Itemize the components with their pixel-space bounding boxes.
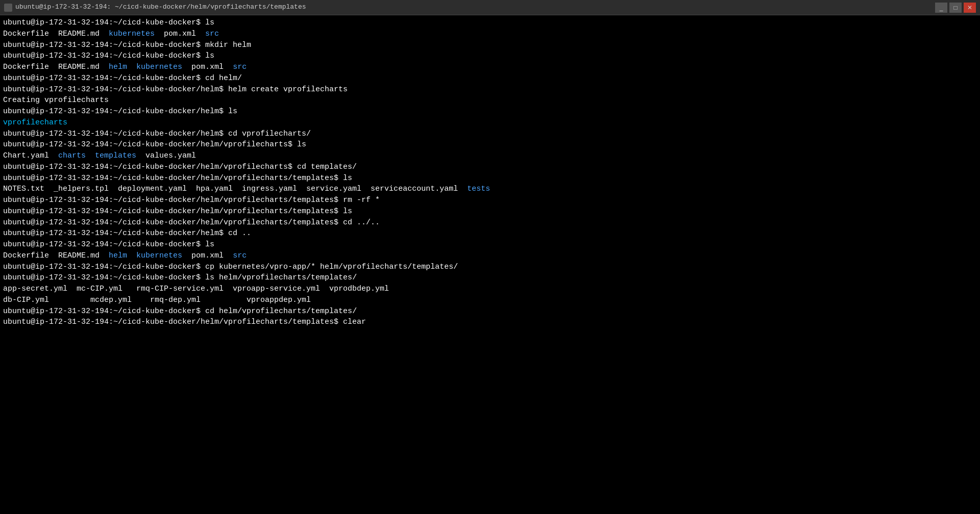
terminal-line: ubuntu@ip-172-31-32-194:~/cicd-kube-dock… — [3, 195, 977, 206]
terminal-line: Dockerfile README.md helm kubernetes pom… — [3, 250, 977, 262]
title-bar-title: ubuntu@ip-172-31-32-194: ~/cicd-kube-doc… — [15, 3, 306, 12]
terminal[interactable]: ubuntu@ip-172-31-32-194:~/cicd-kube-dock… — [0, 15, 980, 514]
terminal-line: ubuntu@ip-172-31-32-194:~/cicd-kube-dock… — [3, 317, 977, 328]
terminal-line: ubuntu@ip-172-31-32-194:~/cicd-kube-dock… — [3, 306, 977, 317]
terminal-line: ubuntu@ip-172-31-32-194:~/cicd-kube-dock… — [3, 272, 977, 284]
terminal-line: ubuntu@ip-172-31-32-194:~/cicd-kube-dock… — [3, 50, 977, 62]
title-bar: ubuntu@ip-172-31-32-194: ~/cicd-kube-doc… — [0, 0, 980, 15]
title-bar-controls: _ □ ✕ — [935, 3, 976, 13]
terminal-line: ubuntu@ip-172-31-32-194:~/cicd-kube-dock… — [3, 206, 977, 217]
terminal-line: ubuntu@ip-172-31-32-194:~/cicd-kube-dock… — [3, 228, 977, 239]
terminal-line: ubuntu@ip-172-31-32-194:~/cicd-kube-dock… — [3, 106, 977, 117]
terminal-line: ubuntu@ip-172-31-32-194:~/cicd-kube-dock… — [3, 239, 977, 250]
terminal-line: Dockerfile README.md kubernetes pom.xml … — [3, 29, 977, 40]
terminal-line: ubuntu@ip-172-31-32-194:~/cicd-kube-dock… — [3, 162, 977, 173]
terminal-icon — [4, 4, 12, 12]
terminal-line: vprofilecharts — [3, 117, 977, 128]
terminal-line: Creating vprofilecharts — [3, 95, 977, 106]
terminal-line: ubuntu@ip-172-31-32-194:~/cicd-kube-dock… — [3, 262, 977, 273]
terminal-line: ubuntu@ip-172-31-32-194:~/cicd-kube-dock… — [3, 173, 977, 184]
terminal-line: db-CIP.yml mcdep.yml rmq-dep.yml vproapp… — [3, 295, 977, 306]
terminal-line: ubuntu@ip-172-31-32-194:~/cicd-kube-dock… — [3, 40, 977, 51]
minimize-button[interactable]: _ — [935, 3, 947, 13]
terminal-line: ubuntu@ip-172-31-32-194:~/cicd-kube-dock… — [3, 17, 977, 29]
terminal-line: ubuntu@ip-172-31-32-194:~/cicd-kube-dock… — [3, 73, 977, 84]
close-button[interactable]: ✕ — [964, 3, 976, 13]
terminal-line: app-secret.yml mc-CIP.yml rmq-CIP-servic… — [3, 284, 977, 295]
maximize-button[interactable]: □ — [949, 3, 962, 13]
terminal-line: ubuntu@ip-172-31-32-194:~/cicd-kube-dock… — [3, 128, 977, 140]
terminal-line: NOTES.txt _helpers.tpl deployment.yaml h… — [3, 184, 977, 195]
terminal-line: ubuntu@ip-172-31-32-194:~/cicd-kube-dock… — [3, 139, 977, 150]
title-bar-left: ubuntu@ip-172-31-32-194: ~/cicd-kube-doc… — [4, 3, 306, 12]
terminal-line: Dockerfile README.md helm kubernetes pom… — [3, 62, 977, 73]
terminal-line: Chart.yaml charts templates values.yaml — [3, 150, 977, 162]
terminal-line: ubuntu@ip-172-31-32-194:~/cicd-kube-dock… — [3, 217, 977, 228]
terminal-line: ubuntu@ip-172-31-32-194:~/cicd-kube-dock… — [3, 84, 977, 95]
